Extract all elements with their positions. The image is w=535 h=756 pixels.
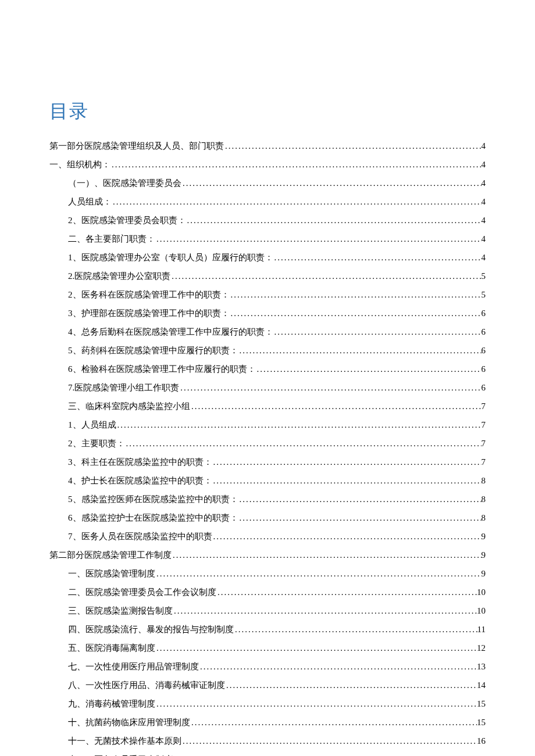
toc-entry: 2、医院感染管理委员会职责：4 (49, 214, 486, 227)
toc-entry-label: 三、临床科室院内感染监控小组 (68, 400, 190, 413)
toc-leader-dots (116, 418, 482, 432)
toc-entry-label: 2、主要职责： (68, 437, 125, 450)
toc-entry: 七、一次性使用医疗用品管理制度 13 (49, 660, 486, 673)
toc-leader-dots (181, 177, 482, 190)
toc-title: 目录 (49, 99, 486, 124)
toc-entry: 3、科主任在医院感染监控中的职责：7 (49, 456, 486, 469)
toc-leader-dots (234, 623, 477, 636)
toc-entry-label: 九、消毒药械管理制度 (68, 697, 155, 711)
toc-entry-label: 1、医院感染管理办公室（专职人员）应履行的职责： (68, 251, 273, 264)
toc-entry-label: 五、医院消毒隔离制度 (68, 642, 155, 655)
toc-entry: 4、护士长在医院感染监控中的职责：8 (49, 474, 486, 488)
toc-entry-label: 二、各主要部门职责： (68, 232, 155, 246)
toc-leader-dots (170, 270, 481, 283)
toc-entry-label: 2、医务科在医院感染管理工作中的职责： (68, 288, 230, 302)
toc-entry-label: 3、科主任在医院感染监控中的职责： (68, 456, 212, 469)
toc-entry: （一）、医院感染管理委员会 4 (49, 177, 486, 190)
toc-entry-label: 5、药剂科在医院感染管理中应履行的职责： (68, 344, 238, 357)
toc-entry-label: 十、抗菌药物临床应用管理制度 (68, 716, 190, 729)
toc-entry-label: 5、感染监控医师在医院感染监控中的职责： (68, 493, 238, 506)
toc-entry-page: 12 (477, 642, 486, 655)
toc-entry: 二、医院感染管理委员会工作会议制度 10 (49, 586, 486, 599)
toc-leader-dots (238, 511, 482, 525)
toc-entry: 八、一次性医疗用品、消毒药械审证制度 14 (49, 679, 486, 692)
toc-entry-label: 第二部分医院感染管理工作制度 (49, 549, 172, 562)
toc-entry: 十一、无菌技术操作基本原则 16 (49, 734, 486, 748)
toc-entry-page: 6 (482, 307, 486, 320)
toc-entry-label: 3、护理部在医院感染管理工作中的职责： (68, 307, 230, 320)
toc-entry: 7.医院感染管理小组工作职责 6 (49, 381, 486, 395)
toc-entry-page: 5 (482, 270, 486, 283)
toc-entry-label: 1、人员组成 (68, 418, 116, 432)
toc-entry-label: 4、总务后勤科在医院感染管理工作中应履行的职责： (68, 325, 273, 339)
toc-leader-dots (224, 139, 482, 153)
toc-entry-label: 2.医院感染管理办公室职责 (68, 270, 170, 283)
toc-entry-page: 8 (482, 474, 486, 488)
toc-leader-dots (230, 307, 482, 320)
toc-entry-page: 11 (477, 623, 486, 636)
toc-entry-label: 十二、医务人员手卫生制度 (68, 753, 173, 756)
toc-entry: 九、消毒药械管理制度 15 (49, 697, 486, 711)
toc-entry-label: （一）、医院感染管理委员会 (68, 177, 181, 190)
toc-entry-page: 10 (477, 604, 486, 618)
toc-entry: 三、临床科室院内感染监控小组 7 (49, 400, 486, 413)
toc-entry-label: 一、组织机构： (49, 158, 110, 171)
toc-entry-label: 7、医务人员在医院感染监控中的职责 (68, 530, 212, 543)
toc-entry-page: 7 (482, 437, 486, 450)
toc-entry-page: 6 (482, 381, 486, 395)
toc-entry-label: 6、检验科在医院感染管理工作中应履行的职责： (68, 363, 256, 376)
toc-entry: 5、药剂科在医院感染管理中应履行的职责：6 (49, 344, 486, 357)
toc-entry-label: 二、医院感染管理委员会工作会议制度 (68, 586, 216, 599)
toc-entry: 3、护理部在医院感染管理工作中的职责：6 (49, 307, 486, 320)
toc-entry-page: 4 (482, 158, 486, 171)
toc-entry-label: 第一部分医院感染管理组织及人员、部门职责 (49, 139, 224, 153)
toc-leader-dots (173, 604, 477, 618)
toc-entry: 第二部分医院感染管理工作制度 9 (49, 549, 486, 562)
toc-leader-dots (181, 734, 477, 748)
toc-leader-dots (186, 214, 482, 227)
toc-leader-dots (155, 232, 482, 246)
toc-entry-page: 6 (482, 325, 486, 339)
toc-entry: 人员组成：4 (49, 195, 486, 209)
toc-entry: 三、医院感染监测报告制度 10 (49, 604, 486, 618)
toc-leader-dots (173, 753, 477, 756)
toc-entry-page: 9 (482, 549, 486, 562)
toc-leader-dots (179, 381, 481, 395)
toc-leader-dots (273, 325, 482, 339)
document-page: 目录 第一部分医院感染管理组织及人员、部门职责 4一、组织机构：4（一）、医院感… (0, 0, 535, 756)
toc-entry: 2、主要职责：7 (49, 437, 486, 450)
toc-entry: 4、总务后勤科在医院感染管理工作中应履行的职责：6 (49, 325, 486, 339)
toc-entry: 五、医院消毒隔离制度 12 (49, 642, 486, 655)
toc-entry: 十二、医务人员手卫生制度 17 (49, 753, 486, 756)
toc-entry: 1、医院感染管理办公室（专职人员）应履行的职责：4 (49, 251, 486, 264)
toc-entry-label: 三、医院感染监测报告制度 (68, 604, 173, 618)
toc-entry-page: 9 (482, 530, 486, 543)
toc-entry: 第一部分医院感染管理组织及人员、部门职责 4 (49, 139, 486, 153)
toc-leader-dots (112, 195, 482, 209)
toc-entry-page: 13 (477, 660, 486, 673)
toc-leader-dots (125, 437, 482, 450)
toc-entry-label: 一、医院感染管理制度 (68, 567, 155, 581)
toc-entry-page: 4 (482, 251, 486, 264)
toc-entry-page: 15 (477, 716, 486, 729)
toc-entry: 2、医务科在医院感染管理工作中的职责：5 (49, 288, 486, 302)
toc-leader-dots (172, 549, 482, 562)
toc-entry: 2.医院感染管理办公室职责 5 (49, 270, 486, 283)
toc-entry: 四、医院感染流行、暴发的报告与控制制度 11 (49, 623, 486, 636)
toc-leader-dots (212, 456, 482, 469)
toc-entry-label: 四、医院感染流行、暴发的报告与控制制度 (68, 623, 234, 636)
toc-leader-dots (230, 288, 482, 302)
toc-entry-page: 17 (477, 753, 486, 756)
toc-entry-page: 8 (482, 493, 486, 506)
toc-entry: 7、医务人员在医院感染监控中的职责 9 (49, 530, 486, 543)
toc-entry-page: 6 (482, 363, 486, 376)
toc-leader-dots (225, 679, 477, 692)
toc-entry-page: 4 (482, 232, 486, 246)
toc-entry-page: 7 (482, 456, 486, 469)
toc-leader-dots (212, 474, 482, 488)
toc-leader-dots (238, 344, 482, 357)
toc-entry-page: 7 (482, 418, 486, 432)
toc-leader-dots (155, 642, 477, 655)
toc-list: 第一部分医院感染管理组织及人员、部门职责 4一、组织机构：4（一）、医院感染管理… (49, 139, 486, 756)
toc-entry: 6、检验科在医院感染管理工作中应履行的职责：6 (49, 363, 486, 376)
